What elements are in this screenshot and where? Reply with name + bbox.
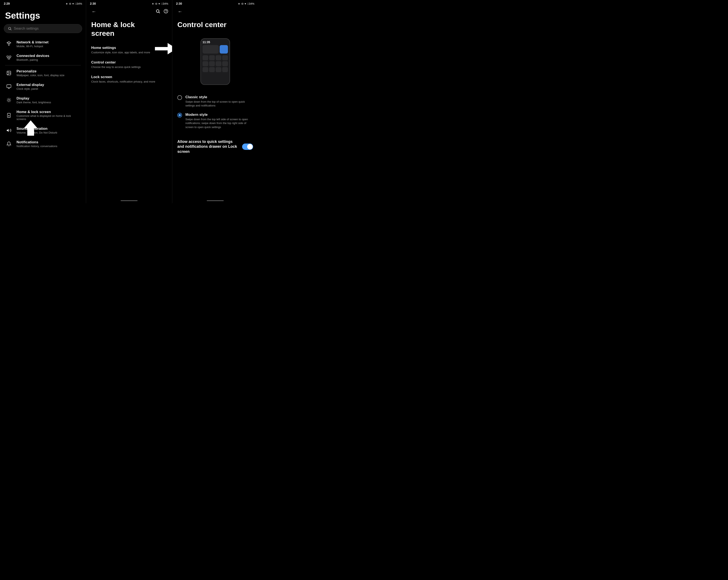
mockup-icon-4 bbox=[222, 55, 228, 60]
mockup-icon-10 bbox=[209, 67, 215, 72]
home-settings-subtitle: Customize style, icon size, app labels, … bbox=[91, 51, 167, 54]
mockup-icon-3 bbox=[216, 55, 222, 60]
search-input[interactable] bbox=[14, 26, 78, 31]
sound-text: Sound & vibration Volume, vibration, Do … bbox=[17, 127, 57, 134]
settings-list: Network & internet Mobile, Wi-Fi, hotspo… bbox=[0, 37, 86, 151]
search-button-2[interactable] bbox=[156, 9, 160, 15]
svg-line-21 bbox=[10, 98, 10, 99]
time-2: 2:30 bbox=[90, 2, 96, 5]
phone-mockup: 11:35 bbox=[201, 38, 230, 85]
mockup-row-1 bbox=[203, 45, 228, 54]
panel-home-lock: 2:30 ∗ ⊖ ▾ □34% ← bbox=[86, 0, 172, 203]
network-title: Network & internet bbox=[17, 40, 49, 45]
svg-rect-10 bbox=[7, 85, 11, 87]
settings-item-personalize[interactable]: Personalize Wallpaper, color, icon, font… bbox=[0, 66, 86, 80]
settings-item-display[interactable]: Display Dark theme, font, brightness bbox=[0, 93, 86, 107]
settings-item-home-lock[interactable]: Home & lock screen Customize what is dis… bbox=[0, 107, 86, 124]
mockup-time: 11:35 bbox=[203, 41, 228, 44]
svg-point-23 bbox=[8, 116, 9, 116]
panel-settings: 2:29 ∗ ⊖ ▾ □34% Settings bbox=[0, 0, 86, 203]
network-text: Network & internet Mobile, Wi-Fi, hotspo… bbox=[17, 40, 49, 48]
display-text: Display Dark theme, font, brightness bbox=[17, 96, 51, 104]
menu-item-home-settings[interactable]: Home settings Customize style, icon size… bbox=[86, 43, 172, 57]
home-lock-content: Home & lockscreen Home settings Customiz… bbox=[86, 17, 172, 199]
settings-title: Settings bbox=[0, 6, 86, 24]
panel-control-center: 2:30 ∗ ⊖ ▾ □34% ← Control center 11:35 bbox=[172, 0, 258, 203]
home-lock-title: Home & lock screen bbox=[17, 110, 81, 114]
time-1: 2:29 bbox=[4, 2, 10, 5]
battery-icon-3: □34% bbox=[247, 2, 254, 5]
mockup-icon-7 bbox=[216, 61, 222, 66]
settings-item-connected[interactable]: Connected devices Bluetooth, pairing bbox=[0, 51, 86, 64]
battery-icon: □34% bbox=[75, 2, 82, 5]
svg-line-19 bbox=[10, 101, 10, 102]
mockup-inner: 11:35 bbox=[201, 39, 230, 84]
notifications-icon bbox=[5, 140, 13, 148]
back-button-2[interactable]: ← bbox=[90, 8, 98, 15]
settings-panel-content: Settings Network & internet Mobile, Wi-F… bbox=[0, 6, 86, 203]
menu-item-control-center[interactable]: Control center Choose the way to access … bbox=[86, 57, 172, 72]
personalize-title: Personalize bbox=[17, 69, 64, 73]
modern-subtitle: Swipe down from the top left side of scr… bbox=[185, 118, 253, 129]
connected-subtitle: Bluetooth, pairing bbox=[17, 58, 49, 61]
display-title: Display bbox=[17, 96, 51, 101]
external-display-title: External display bbox=[17, 83, 44, 87]
svg-point-13 bbox=[8, 99, 10, 101]
dnd-icon-3: ⊖ bbox=[241, 2, 243, 5]
network-subtitle: Mobile, Wi-Fi, hotspot bbox=[17, 45, 49, 48]
control-center-content: Control center 11:35 bbox=[172, 17, 258, 199]
bluetooth-icon: ∗ bbox=[66, 2, 68, 5]
classic-title: Classic style bbox=[185, 95, 253, 99]
mockup-widget-main bbox=[203, 45, 219, 54]
mockup-icon-6 bbox=[209, 61, 215, 66]
notifications-subtitle: Notification history, conversations bbox=[17, 145, 57, 148]
svg-point-0 bbox=[8, 27, 11, 30]
svg-rect-3 bbox=[9, 56, 11, 57]
mockup-icon-2 bbox=[209, 55, 215, 60]
search-bar[interactable] bbox=[4, 24, 82, 33]
radio-label-classic: Classic style Swipe down from the top of… bbox=[185, 95, 253, 107]
time-3: 2:30 bbox=[176, 2, 182, 5]
status-bar-1: 2:29 ∗ ⊖ ▾ □34% bbox=[0, 0, 86, 6]
signal-icon-3: ▾ bbox=[245, 2, 246, 5]
control-center-subtitle: Choose the way to access quick settings bbox=[91, 65, 167, 69]
radio-label-modern: Modern style Swipe down from the top lef… bbox=[185, 112, 253, 129]
mockup-widgets bbox=[203, 45, 228, 83]
settings-item-external-display[interactable]: External display Clock style, panel bbox=[0, 80, 86, 93]
modern-title: Modern style bbox=[185, 112, 253, 117]
settings-item-sound[interactable]: Sound & vibration Volume, vibration, Do … bbox=[0, 124, 86, 137]
connected-title: Connected devices bbox=[17, 54, 49, 58]
page-title-3: Control center bbox=[172, 17, 258, 34]
bluetooth-icon-3: ∗ bbox=[238, 2, 240, 5]
bottom-indicator-2 bbox=[121, 200, 137, 201]
toggle-switch[interactable] bbox=[242, 144, 253, 150]
signal-icon: ▾ bbox=[72, 2, 74, 5]
divider-1 bbox=[5, 65, 81, 66]
classic-subtitle: Swipe down from the top of screen to ope… bbox=[185, 100, 253, 107]
home-lock-subtitle: Customize what is displayed on home & lo… bbox=[17, 114, 81, 121]
radio-option-modern[interactable]: Modern style Swipe down from the top lef… bbox=[177, 110, 253, 132]
back-button-3[interactable]: ← bbox=[176, 8, 184, 15]
radio-circle-modern bbox=[177, 113, 182, 118]
menu-list-2: Home settings Customize style, icon size… bbox=[86, 43, 172, 87]
display-icon bbox=[5, 96, 13, 104]
help-button-2[interactable] bbox=[163, 9, 168, 15]
settings-item-network[interactable]: Network & internet Mobile, Wi-Fi, hotspo… bbox=[0, 37, 86, 51]
battery-icon-2: □34% bbox=[161, 2, 168, 5]
control-center-title: Control center bbox=[91, 60, 167, 65]
external-display-icon bbox=[5, 83, 13, 91]
signal-icon-2: ▾ bbox=[158, 2, 160, 5]
toggle-section: Allow access to quick settings and notif… bbox=[172, 135, 258, 158]
menu-item-lock-screen[interactable]: Lock screen Clock faces, shortcuts, noti… bbox=[86, 72, 172, 86]
display-subtitle: Dark theme, font, brightness bbox=[17, 101, 51, 104]
lock-screen-title: Lock screen bbox=[91, 75, 167, 79]
svg-marker-24 bbox=[7, 129, 9, 132]
settings-item-notifications[interactable]: Notifications Notification history, conv… bbox=[0, 137, 86, 151]
page-title-2: Home & lockscreen bbox=[86, 17, 172, 43]
radio-circle-classic bbox=[177, 95, 182, 100]
mockup-icon-11 bbox=[216, 67, 222, 72]
svg-line-27 bbox=[159, 12, 160, 13]
personalize-text: Personalize Wallpaper, color, icon, font… bbox=[17, 69, 64, 77]
radio-option-classic[interactable]: Classic style Swipe down from the top of… bbox=[177, 93, 253, 110]
status-icons-2: ∗ ⊖ ▾ □34% bbox=[152, 2, 168, 5]
